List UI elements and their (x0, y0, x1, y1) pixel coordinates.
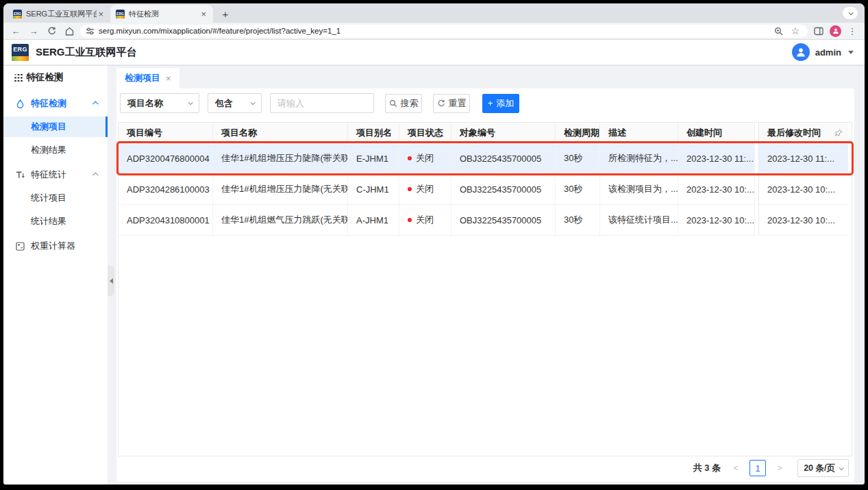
sidebar-item-stat-project[interactable]: 统计项目 (3, 188, 108, 208)
forward-button[interactable]: → (27, 24, 40, 38)
sidebar-app-switcher[interactable]: 特征检测 (3, 66, 108, 89)
tab-title: 特征检测 (129, 9, 199, 19)
cell-desc: 所检测特征为，... (600, 143, 678, 174)
col-header: 项目别名 (348, 123, 399, 143)
filter-input[interactable] (270, 93, 374, 113)
caret-down-icon (848, 51, 854, 54)
page-size-select[interactable]: 20 条/页 (797, 459, 849, 477)
pin-icon[interactable] (834, 129, 843, 137)
browser-tab-2-active[interactable]: ERG 特征检测 × (110, 5, 213, 23)
sidebar-item-label: 权重计算器 (31, 240, 75, 252)
page-size-value: 20 条/页 (804, 463, 835, 474)
sidebar-app-title: 特征检测 (27, 71, 64, 84)
cell-alias: C-JHM1 (348, 174, 399, 205)
page-tab-bar: 检测项目 × (116, 66, 854, 88)
col-header: 检测周期 (556, 123, 600, 143)
tab-search-chevron-button[interactable] (843, 7, 858, 19)
page-tab-detect-project[interactable]: 检测项目 × (116, 68, 179, 88)
site-favicon: ERG (116, 10, 125, 19)
sidebar-collapse-handle[interactable] (108, 266, 114, 296)
cell-alias: A-JHM1 (348, 205, 399, 236)
filter-field-value: 项目名称 (127, 97, 163, 110)
cell-modified: 2023-12-30 11:... (758, 143, 848, 174)
filter-field-select[interactable]: 项目名称 (120, 93, 199, 113)
bookmark-star-icon[interactable]: ☆ (789, 24, 802, 38)
zoom-indicator-icon[interactable] (774, 27, 783, 36)
browser-profile-avatar[interactable] (830, 25, 841, 37)
status-text: 关闭 (416, 152, 434, 164)
cell-object: OBJ3225435700005 (451, 174, 556, 205)
pagination: 共 3 条 < 1 > 20 条/页 (693, 459, 849, 477)
page-tab-close-icon[interactable]: × (166, 73, 171, 84)
table-row[interactable]: ADP3204286100003 佳华1#机组增压压力陡降(无关联) C-JHM… (119, 174, 852, 205)
home-button[interactable] (62, 24, 76, 38)
search-button[interactable]: 搜索 (385, 94, 422, 113)
chevron-down-icon (251, 100, 256, 105)
add-button[interactable]: + 添加 (482, 94, 519, 113)
site-favicon: ERG (13, 10, 22, 19)
sidebar-item-label: 统计结果 (31, 215, 66, 228)
user-menu[interactable]: admin (792, 43, 854, 61)
status-dot-icon (408, 187, 412, 191)
reset-button[interactable]: 重置 (433, 94, 470, 113)
tab-title: SERG工业互联网平台 (26, 9, 97, 19)
plus-icon: + (488, 98, 493, 108)
cell-status: 关闭 (399, 143, 451, 174)
sidebar-item-detect-result[interactable]: 检测结果 (3, 140, 108, 160)
pagination-page-1[interactable]: 1 (749, 460, 766, 476)
sidebar-item-stat-result[interactable]: 统计结果 (3, 211, 108, 232)
col-header: 项目状态 (399, 123, 451, 143)
app-logo: ERG (12, 44, 29, 61)
sidebar-group-feature-stat[interactable]: 特征统计 (3, 164, 108, 185)
col-header: 描述 (600, 123, 678, 143)
tab-close-icon[interactable]: × (199, 9, 208, 19)
table-row[interactable]: ADP3204310800001 佳华1#机组燃气压力跳跃(无关联) A-JHM… (119, 205, 852, 236)
reset-button-label: 重置 (449, 97, 467, 110)
pagination-next-button[interactable]: > (771, 460, 788, 476)
site-info-icon[interactable] (86, 27, 95, 36)
cell-name: 佳华1#机组燃气压力跳跃(无关联) (213, 205, 348, 236)
collapse-arrow-icon (110, 278, 113, 284)
cell-created: 2023-12-30 10:... (678, 174, 755, 205)
sidebar-item-weight-calculator[interactable]: 权重计算器 (3, 236, 108, 256)
status-dot-icon (408, 156, 412, 160)
col-header: 对象编号 (451, 123, 556, 143)
status-dot-icon (408, 218, 412, 222)
col-header: 创建时间 (678, 123, 755, 143)
app-grid-icon (14, 74, 16, 76)
cell-object: OBJ3225435700005 (451, 143, 556, 174)
pagination-prev-button[interactable]: < (728, 460, 744, 476)
sidebar-group-label: 特征统计 (31, 169, 66, 181)
chevron-up-icon (92, 101, 98, 106)
cell-period: 30秒 (556, 205, 600, 236)
content-card: 项目名称 包含 搜索 重置 (116, 88, 854, 482)
url-text[interactable]: serg.mixyun.com/mixapplication/#/feature… (99, 27, 770, 35)
browser-tab-1[interactable]: ERG SERG工业互联网平台 × (8, 5, 110, 23)
cell-created: 2023-12-30 11:... (678, 143, 755, 174)
address-bar[interactable]: serg.mixyun.com/mixapplication/#/feature… (80, 25, 808, 38)
new-tab-button[interactable]: + (217, 5, 234, 22)
filter-bar: 项目名称 包含 搜索 重置 (116, 88, 854, 113)
back-button[interactable]: ← (9, 24, 23, 38)
chevron-up-icon (92, 172, 98, 177)
side-panel-icon[interactable] (812, 24, 826, 38)
col-header: 项目名称 (213, 123, 348, 143)
droplet-icon (14, 99, 25, 108)
reload-button[interactable] (45, 24, 58, 38)
filter-operator-select[interactable]: 包含 (208, 93, 262, 113)
main-area: 特征检测 特征检测 检测项目 检测结果 特征统计 (3, 66, 865, 485)
browser-toolbar: ← → serg.mixyun.com/mixapplication/#/fea… (3, 23, 865, 40)
filter-operator-value: 包含 (215, 97, 233, 110)
browser-menu-icon[interactable]: ⋮ (845, 24, 859, 38)
cell-status: 关闭 (399, 205, 451, 236)
sidebar-group-feature-detect[interactable]: 特征检测 (3, 93, 108, 114)
cell-desc: 该特征统计项目... (600, 205, 678, 236)
cell-name: 佳华1#机组增压压力陡降(带关联) (213, 143, 348, 174)
cell-period: 30秒 (556, 143, 600, 174)
sidebar-item-detect-project[interactable]: 检测项目 (3, 117, 108, 137)
tab-close-icon[interactable]: × (97, 9, 105, 19)
cell-id: ADP3204286100003 (119, 174, 213, 205)
cell-object: OBJ3225435700005 (451, 205, 556, 236)
cell-name: 佳华1#机组增压压力陡降(无关联) (213, 174, 348, 205)
table-row[interactable]: ADP3200476800004 佳华1#机组增压压力陡降(带关联) E-JHM… (119, 143, 852, 174)
